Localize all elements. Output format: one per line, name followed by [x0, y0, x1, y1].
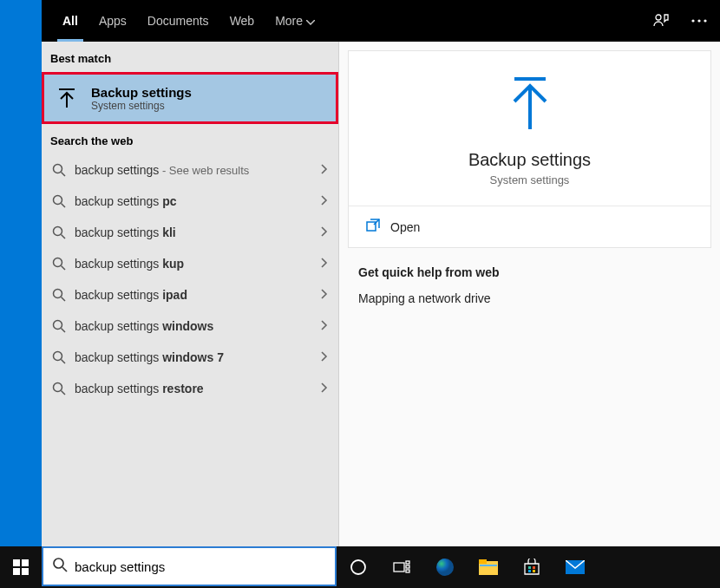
chevron-down-icon	[306, 14, 315, 28]
web-result-text: backup settings windows	[75, 319, 312, 333]
taskbar-search-box[interactable]	[42, 546, 337, 586]
svg-line-13	[62, 266, 66, 271]
edge-icon[interactable]	[423, 546, 467, 588]
svg-line-19	[62, 360, 66, 364]
best-match-title: Backup settings	[91, 85, 192, 100]
tab-all-label: All	[62, 14, 78, 28]
svg-line-15	[62, 297, 66, 302]
web-result-item[interactable]: backup settings windows 7	[42, 342, 338, 373]
more-options-icon[interactable]	[685, 7, 713, 35]
svg-line-30	[62, 567, 67, 572]
tab-more-label: More	[275, 14, 303, 28]
search-web-header: Search the web	[42, 124, 338, 154]
chevron-right-icon	[321, 319, 328, 333]
svg-rect-43	[533, 570, 535, 572]
chevron-right-icon	[321, 382, 328, 395]
svg-rect-33	[406, 561, 409, 564]
tab-documents[interactable]: Documents	[137, 0, 219, 42]
open-action[interactable]: Open	[349, 206, 710, 247]
backup-arrow-icon	[53, 84, 81, 112]
file-explorer-icon[interactable]	[467, 546, 510, 588]
svg-point-14	[54, 290, 62, 298]
search-tabs-bar: All Apps Documents Web More	[42, 0, 720, 42]
svg-line-7	[62, 173, 66, 177]
svg-point-0	[656, 15, 661, 20]
open-icon	[366, 219, 380, 235]
search-input[interactable]	[75, 548, 326, 585]
svg-point-20	[54, 383, 62, 392]
web-result-text: backup settings kup	[75, 257, 312, 271]
svg-rect-27	[13, 568, 20, 575]
chevron-right-icon	[321, 163, 328, 177]
tab-web[interactable]: Web	[219, 0, 265, 42]
chevron-right-icon	[321, 194, 328, 208]
tab-all[interactable]: All	[52, 0, 88, 42]
svg-point-1	[691, 19, 694, 22]
search-icon	[52, 350, 66, 364]
tabs-right-actions	[647, 0, 713, 42]
svg-point-29	[54, 559, 63, 568]
svg-rect-25	[13, 559, 20, 566]
quick-help: Get quick help from web Mapping a networ…	[339, 248, 720, 312]
svg-rect-42	[528, 570, 531, 572]
cortana-icon[interactable]	[337, 546, 380, 588]
search-icon	[52, 163, 66, 177]
detail-title: Backup settings	[468, 150, 591, 170]
tab-apps[interactable]: Apps	[88, 0, 137, 42]
tab-more[interactable]: More	[265, 0, 325, 42]
chevron-right-icon	[321, 257, 328, 271]
best-match-item[interactable]: Backup settings System settings	[42, 72, 338, 124]
search-icon	[52, 557, 68, 576]
web-result-item[interactable]: backup settings ipad	[42, 279, 338, 310]
web-result-item[interactable]: backup settings pc	[42, 186, 338, 217]
store-icon[interactable]	[510, 546, 553, 588]
results-body: Best match Backup settings System settin…	[42, 42, 720, 546]
web-result-item[interactable]: backup settings windows	[42, 310, 338, 342]
web-result-item[interactable]: backup settings kup	[42, 248, 338, 279]
svg-line-9	[62, 204, 66, 208]
feedback-icon[interactable]	[647, 7, 675, 35]
chevron-right-icon	[321, 288, 328, 302]
svg-point-6	[54, 165, 62, 173]
svg-line-11	[62, 235, 66, 239]
web-result-text: backup settings ipad	[75, 288, 312, 302]
quick-help-item[interactable]: Mapping a network drive	[358, 291, 701, 305]
svg-point-36	[436, 559, 454, 576]
svg-point-10	[54, 227, 62, 236]
results-list: Best match Backup settings System settin…	[42, 42, 339, 546]
svg-point-2	[697, 19, 700, 22]
svg-rect-34	[406, 565, 409, 568]
best-match-header: Best match	[42, 42, 338, 72]
chevron-right-icon	[321, 350, 328, 364]
svg-point-31	[351, 560, 365, 574]
tab-apps-label: Apps	[99, 14, 127, 28]
start-button[interactable]	[0, 546, 42, 588]
web-result-item[interactable]: backup settings - See web results	[42, 154, 338, 186]
web-result-text: backup settings - See web results	[75, 163, 312, 177]
task-view-icon[interactable]	[380, 546, 423, 588]
web-result-item[interactable]: backup settings restore	[42, 373, 338, 404]
tab-web-label: Web	[230, 14, 255, 28]
web-result-item[interactable]: backup settings kli	[42, 217, 338, 248]
details-pane: Backup settings System settings Open Get…	[339, 42, 720, 546]
search-icon	[52, 382, 66, 395]
quick-help-header: Get quick help from web	[358, 265, 701, 279]
chevron-right-icon	[321, 225, 328, 239]
detail-card: Backup settings System settings Open	[348, 50, 711, 248]
web-result-suffix: - See web results	[159, 164, 249, 177]
svg-line-17	[62, 329, 66, 333]
web-result-text: backup settings windows 7	[75, 350, 312, 364]
svg-point-18	[54, 352, 62, 361]
taskbar-pinned	[337, 546, 597, 588]
detail-subtitle: System settings	[490, 173, 570, 186]
search-icon	[52, 257, 66, 271]
web-result-text: backup settings restore	[75, 382, 312, 395]
svg-point-16	[54, 321, 62, 330]
svg-rect-38	[479, 559, 487, 564]
mail-icon[interactable]	[553, 546, 597, 588]
svg-point-8	[54, 196, 62, 205]
svg-rect-32	[394, 563, 404, 572]
svg-point-12	[54, 258, 62, 267]
web-result-text: backup settings kli	[75, 225, 312, 239]
svg-rect-40	[528, 566, 531, 569]
